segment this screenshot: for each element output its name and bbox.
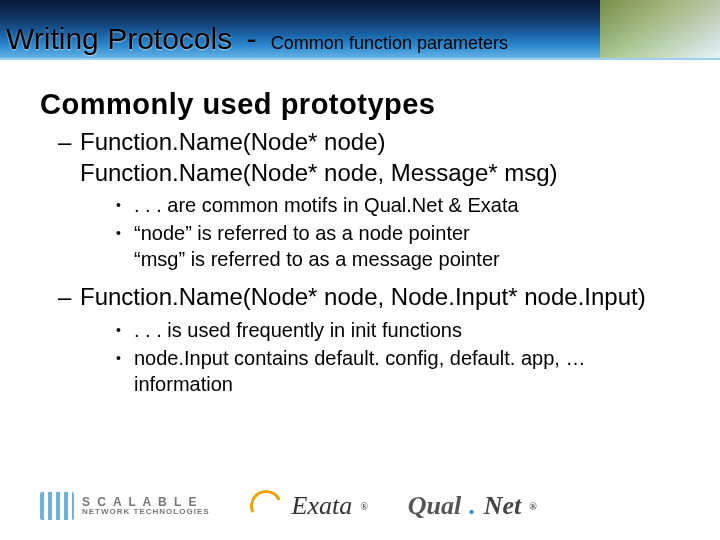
list-item: Function.Name(Node* node) Function.Name(… bbox=[58, 127, 680, 272]
logo-qualnet: Qual.Net® bbox=[408, 491, 537, 521]
sub-text: . . . are common motifs in Qual.Net & Ex… bbox=[134, 194, 519, 216]
registered-icon: ® bbox=[529, 501, 536, 512]
bullet-list: Function.Name(Node* node) Function.Name(… bbox=[40, 127, 680, 397]
list-item: . . . is used frequently in init functio… bbox=[116, 317, 680, 343]
title-separator: - bbox=[238, 22, 265, 55]
sub-text: . . . is used frequently in init functio… bbox=[134, 319, 462, 341]
corner-brand: QualNet bbox=[679, 33, 712, 43]
qualnet-qual: Qual bbox=[408, 491, 461, 521]
prototype-line: Function.Name(Node* node, Node.Input* no… bbox=[80, 283, 646, 310]
slide-body: Commonly used prototypes Function.Name(N… bbox=[0, 60, 720, 397]
exata-text: Exata bbox=[292, 491, 353, 521]
logo-scalable: S C A L A B L E NETWORK TECHNOLOGIES bbox=[40, 492, 210, 520]
title-subtitle: Common function parameters bbox=[271, 33, 508, 53]
list-item: . . . are common motifs in Qual.Net & Ex… bbox=[116, 192, 680, 218]
title-banner: Writing Protocols - Common function para… bbox=[0, 0, 720, 60]
qualnet-net: Net bbox=[484, 491, 522, 521]
scalable-mark-icon bbox=[40, 492, 74, 520]
qualnet-dot: . bbox=[469, 491, 476, 521]
list-item: “node” is referred to as a node pointer … bbox=[116, 220, 680, 272]
sub-list: . . . are common motifs in Qual.Net & Ex… bbox=[80, 192, 680, 272]
list-item: node.Input contains default. config, def… bbox=[116, 345, 680, 397]
registered-icon: ® bbox=[360, 501, 368, 512]
title-wrap: Writing Protocols - Common function para… bbox=[6, 22, 508, 56]
sub-list: . . . is used frequently in init functio… bbox=[80, 317, 680, 397]
slide: Writing Protocols - Common function para… bbox=[0, 0, 720, 540]
logo-exata: Exata® bbox=[250, 490, 368, 522]
prototype-line: Function.Name(Node* node, Message* msg) bbox=[80, 159, 558, 186]
sub-text: “node” is referred to as a node pointer … bbox=[134, 222, 500, 270]
list-item: Function.Name(Node* node, Node.Input* no… bbox=[58, 282, 680, 397]
prototype-line: Function.Name(Node* node) bbox=[80, 128, 386, 155]
title-main: Writing Protocols bbox=[6, 22, 232, 55]
scalable-text-bottom: NETWORK TECHNOLOGIES bbox=[82, 508, 210, 516]
body-heading: Commonly used prototypes bbox=[40, 88, 680, 121]
sub-text: node.Input contains default. config, def… bbox=[134, 347, 585, 395]
exata-arc-icon bbox=[245, 485, 286, 526]
scalable-text: S C A L A B L E NETWORK TECHNOLOGIES bbox=[82, 496, 210, 517]
logo-row: S C A L A B L E NETWORK TECHNOLOGIES Exa… bbox=[40, 490, 537, 522]
